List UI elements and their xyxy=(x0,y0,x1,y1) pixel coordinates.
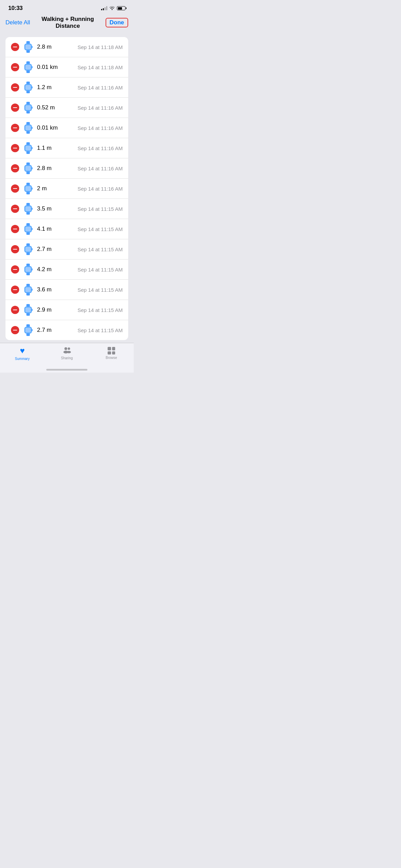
svg-rect-18 xyxy=(25,105,31,110)
watch-icon xyxy=(23,223,33,235)
row-date: Sep 14 at 11:16 AM xyxy=(77,145,123,151)
signal-icon xyxy=(101,6,107,10)
svg-rect-8 xyxy=(25,65,31,70)
svg-rect-15 xyxy=(26,102,30,105)
svg-rect-65 xyxy=(26,304,30,307)
svg-rect-26 xyxy=(26,151,30,154)
delete-row-button[interactable] xyxy=(11,184,19,193)
watch-icon xyxy=(23,82,33,93)
delete-all-button[interactable]: Delete All xyxy=(5,19,30,26)
svg-rect-60 xyxy=(26,284,30,287)
status-icons xyxy=(101,6,125,11)
svg-rect-5 xyxy=(26,61,30,64)
delete-row-button[interactable] xyxy=(11,265,19,274)
delete-row-button[interactable] xyxy=(11,124,19,132)
row-value: 2.8 m xyxy=(37,44,73,50)
svg-rect-23 xyxy=(25,125,31,130)
svg-rect-51 xyxy=(26,252,30,255)
browse-icon xyxy=(108,347,115,354)
done-button[interactable]: Done xyxy=(106,18,129,27)
svg-point-78 xyxy=(67,351,71,353)
svg-rect-45 xyxy=(26,223,30,226)
delete-row-button[interactable] xyxy=(11,83,19,92)
watch-icon xyxy=(23,304,33,316)
delete-row-button[interactable] xyxy=(11,286,19,294)
tab-bar: ♥ Summary Sharing Browse xyxy=(0,343,134,369)
watch-icon xyxy=(23,324,33,336)
svg-rect-40 xyxy=(26,203,30,206)
heart-icon: ♥ xyxy=(20,346,25,355)
row-date: Sep 14 at 11:16 AM xyxy=(77,166,123,171)
wifi-icon xyxy=(109,6,115,11)
svg-rect-11 xyxy=(26,91,30,93)
tab-browse-label: Browse xyxy=(106,356,117,360)
svg-rect-25 xyxy=(26,142,30,145)
list-item: 3.5 m Sep 14 at 11:15 AM xyxy=(5,199,128,219)
tab-sharing[interactable]: Sharing xyxy=(53,347,81,360)
delete-row-button[interactable] xyxy=(11,326,19,334)
svg-rect-35 xyxy=(26,183,30,185)
row-date: Sep 14 at 11:16 AM xyxy=(77,186,123,192)
tab-summary[interactable]: ♥ Summary xyxy=(9,346,36,361)
list-item: 2.7 m Sep 14 at 11:15 AM xyxy=(5,320,128,340)
tab-summary-label: Summary xyxy=(15,357,30,361)
svg-rect-34 xyxy=(32,167,33,169)
status-time: 10:33 xyxy=(8,5,23,12)
svg-rect-48 xyxy=(25,227,31,231)
row-value: 2 m xyxy=(37,185,73,192)
delete-row-button[interactable] xyxy=(11,245,19,253)
svg-rect-9 xyxy=(32,66,33,68)
svg-rect-68 xyxy=(25,308,31,312)
watch-icon xyxy=(23,102,33,113)
watch-icon xyxy=(23,41,33,53)
svg-rect-49 xyxy=(32,228,33,230)
row-date: Sep 14 at 11:18 AM xyxy=(77,64,123,70)
row-date: Sep 14 at 11:15 AM xyxy=(77,307,123,313)
row-date: Sep 14 at 11:15 AM xyxy=(77,327,123,333)
list-item: 1.1 m Sep 14 at 11:16 AM xyxy=(5,138,128,158)
list-item: 2.8 m Sep 14 at 11:16 AM xyxy=(5,158,128,179)
list-item: 0.01 km Sep 14 at 11:16 AM xyxy=(5,118,128,138)
row-date: Sep 14 at 11:18 AM xyxy=(77,44,123,50)
list-item: 3.6 m Sep 14 at 11:15 AM xyxy=(5,280,128,300)
delete-row-button[interactable] xyxy=(11,164,19,172)
svg-rect-54 xyxy=(32,248,33,250)
watch-icon xyxy=(23,142,33,154)
watch-icon xyxy=(23,61,33,73)
delete-row-button[interactable] xyxy=(11,144,19,152)
row-date: Sep 14 at 11:16 AM xyxy=(77,125,123,131)
svg-rect-69 xyxy=(32,309,33,311)
svg-rect-6 xyxy=(26,70,30,73)
tab-browse[interactable]: Browse xyxy=(98,347,125,360)
svg-rect-14 xyxy=(32,86,33,88)
delete-row-button[interactable] xyxy=(11,43,19,51)
svg-rect-53 xyxy=(25,247,31,252)
svg-rect-73 xyxy=(25,328,31,333)
svg-rect-20 xyxy=(26,122,30,125)
row-value: 3.6 m xyxy=(37,286,73,293)
svg-rect-28 xyxy=(25,146,31,150)
svg-rect-44 xyxy=(32,208,33,210)
delete-row-button[interactable] xyxy=(11,306,19,314)
row-value: 4.2 m xyxy=(37,266,73,273)
delete-row-button[interactable] xyxy=(11,225,19,233)
row-value: 0.01 km xyxy=(37,124,73,131)
row-date: Sep 14 at 11:15 AM xyxy=(77,206,123,212)
watch-icon xyxy=(23,122,33,134)
row-value: 2.9 m xyxy=(37,306,73,313)
svg-rect-30 xyxy=(26,162,30,165)
page-title: Walking + Running Distance xyxy=(30,16,106,29)
data-list: 2.8 m Sep 14 at 11:18 AM 0.01 km Sep 14 … xyxy=(5,37,128,340)
watch-icon xyxy=(23,284,33,296)
nav-header: Delete All Walking + Running Distance Do… xyxy=(0,13,134,33)
delete-row-button[interactable] xyxy=(11,205,19,213)
svg-rect-70 xyxy=(26,324,30,327)
svg-rect-55 xyxy=(26,264,30,266)
list-item: 4.2 m Sep 14 at 11:15 AM xyxy=(5,260,128,280)
row-date: Sep 14 at 11:16 AM xyxy=(77,85,123,91)
svg-rect-58 xyxy=(25,267,31,272)
delete-row-button[interactable] xyxy=(11,63,19,71)
list-item: 1.2 m Sep 14 at 11:16 AM xyxy=(5,77,128,98)
svg-rect-63 xyxy=(25,287,31,292)
delete-row-button[interactable] xyxy=(11,104,19,112)
